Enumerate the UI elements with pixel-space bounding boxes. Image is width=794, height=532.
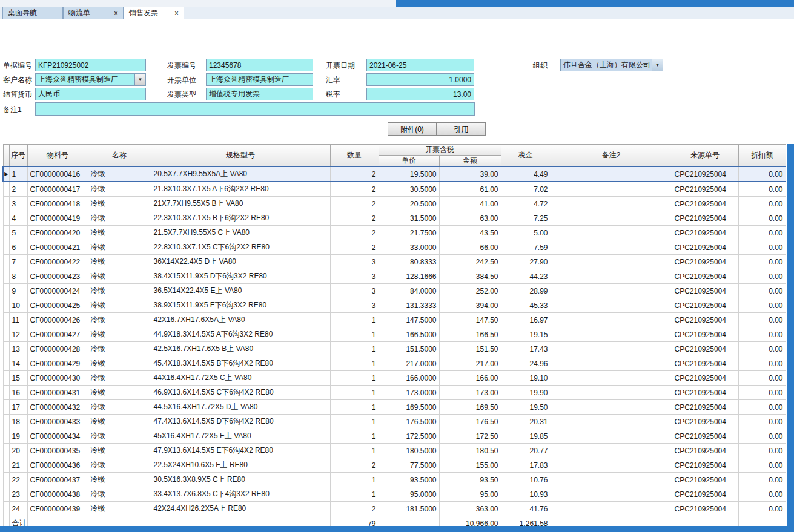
cell-amount[interactable]: 217.00 bbox=[439, 356, 501, 371]
cell-unit-price[interactable]: 217.0000 bbox=[379, 356, 439, 371]
table-row[interactable]: 15CF0000000430冷镦44X16.4XH17.72X5 C上 VA80… bbox=[3, 371, 786, 386]
table-row[interactable]: 17CF0000000432冷镦44.5X16.4XH17.72X5 D上 VA… bbox=[3, 400, 786, 415]
cell-seq[interactable]: 2 bbox=[9, 182, 27, 197]
cell-amount[interactable]: 363.00 bbox=[439, 502, 501, 516]
cell-qty[interactable]: 1 bbox=[330, 415, 379, 429]
cell-tax[interactable]: 20.77 bbox=[501, 444, 551, 458]
org-combo[interactable]: 伟旦合金（上海）有限公司 ▼ bbox=[560, 59, 663, 71]
cell-source-no[interactable]: CPC210925004 bbox=[672, 502, 738, 516]
cell-discount[interactable]: 0.00 bbox=[738, 284, 786, 298]
cell-amount[interactable]: 66.00 bbox=[439, 240, 501, 255]
cell-spec[interactable]: 30.5X16.3X8.9X5 C上 RE80 bbox=[151, 473, 330, 487]
row-indicator[interactable] bbox=[3, 269, 9, 284]
row-indicator[interactable] bbox=[3, 371, 9, 386]
cell-seq[interactable]: 18 bbox=[9, 415, 27, 429]
cell-note2[interactable] bbox=[551, 197, 672, 211]
cell-name[interactable]: 冷镦 bbox=[88, 473, 151, 487]
row-indicator[interactable] bbox=[3, 487, 9, 502]
cell-material-no[interactable]: CF0000000432 bbox=[27, 400, 88, 415]
cell-unit-price[interactable]: 31.5000 bbox=[379, 211, 439, 226]
cell-qty[interactable]: 1 bbox=[330, 444, 379, 458]
cell-seq[interactable]: 21 bbox=[9, 458, 27, 473]
cell-qty[interactable]: 1 bbox=[330, 386, 379, 400]
cell-source-no[interactable]: CPC210925004 bbox=[672, 386, 738, 400]
cell-qty[interactable]: 1 bbox=[330, 327, 379, 342]
cell-amount[interactable]: 166.00 bbox=[439, 371, 501, 386]
cell-amount[interactable]: 166.50 bbox=[439, 327, 501, 342]
cell-spec[interactable]: 21.8X10.3X7.1X5 A下6沟2X2 RE80 bbox=[151, 182, 330, 197]
cell-qty[interactable]: 2 bbox=[330, 182, 379, 197]
cell-material-no[interactable]: CF0000000421 bbox=[27, 240, 88, 255]
cell-discount[interactable]: 0.00 bbox=[738, 415, 786, 429]
cell-name[interactable]: 冷镦 bbox=[88, 284, 151, 298]
exchange-rate-field[interactable] bbox=[366, 73, 474, 86]
cell-unit-price[interactable]: 176.5000 bbox=[379, 415, 439, 429]
tab-sales-invoice[interactable]: 销售发票 × bbox=[124, 7, 184, 19]
note1-field[interactable] bbox=[35, 102, 475, 116]
table-row[interactable]: 16CF0000000431冷镦46.9X13.6X14.5X5 C下6沟4X2… bbox=[3, 386, 786, 400]
cell-unit-price[interactable]: 80.8333 bbox=[379, 255, 439, 269]
cell-unit-price[interactable]: 128.1666 bbox=[379, 269, 439, 284]
col-header-tax[interactable]: 税金 bbox=[501, 145, 551, 167]
cell-unit-price[interactable]: 33.0000 bbox=[379, 240, 439, 255]
cell-source-no[interactable]: CPC210925004 bbox=[672, 284, 738, 298]
cell-qty[interactable]: 1 bbox=[330, 342, 379, 356]
cell-discount[interactable]: 0.00 bbox=[738, 400, 786, 415]
cell-amount[interactable]: 169.50 bbox=[439, 400, 501, 415]
close-icon[interactable]: × bbox=[110, 10, 118, 17]
cell-name[interactable]: 冷镦 bbox=[88, 269, 151, 284]
cell-discount[interactable]: 0.00 bbox=[738, 211, 786, 226]
cell-seq[interactable]: 1 bbox=[9, 166, 27, 182]
cell-seq[interactable]: 16 bbox=[9, 386, 27, 400]
cell-tax[interactable]: 10.93 bbox=[501, 487, 551, 502]
col-header-spec[interactable]: 规格型号 bbox=[151, 145, 330, 167]
cell-source-no[interactable]: CPC210925004 bbox=[672, 473, 738, 487]
cell-note2[interactable] bbox=[551, 182, 672, 197]
cell-discount[interactable]: 0.00 bbox=[738, 371, 786, 386]
cell-note2[interactable] bbox=[551, 240, 672, 255]
cell-material-no[interactable]: CF0000000419 bbox=[27, 211, 88, 226]
cell-tax[interactable]: 41.76 bbox=[501, 502, 551, 516]
row-indicator[interactable] bbox=[3, 284, 9, 298]
cell-unit-price[interactable]: 173.0000 bbox=[379, 386, 439, 400]
cell-tax[interactable]: 10.76 bbox=[501, 473, 551, 487]
cell-name[interactable]: 冷镦 bbox=[88, 255, 151, 269]
cell-source-no[interactable]: CPC210925004 bbox=[672, 487, 738, 502]
cell-note2[interactable] bbox=[551, 487, 672, 502]
cell-name[interactable]: 冷镦 bbox=[88, 400, 151, 415]
cell-tax[interactable]: 44.23 bbox=[501, 269, 551, 284]
row-indicator[interactable] bbox=[3, 415, 9, 429]
cell-note2[interactable] bbox=[551, 415, 672, 429]
cell-unit-price[interactable]: 95.0000 bbox=[379, 487, 439, 502]
table-row[interactable]: 21CF0000000436冷镦22.5X24XH10.6X5 F上 RE802… bbox=[3, 458, 786, 473]
cell-amount[interactable]: 61.00 bbox=[439, 182, 501, 197]
tab-desktop-nav[interactable]: 桌面导航 bbox=[2, 7, 63, 19]
chevron-down-icon[interactable]: ▼ bbox=[134, 74, 145, 85]
cell-discount[interactable]: 0.00 bbox=[738, 298, 786, 313]
invoice-no-field[interactable] bbox=[206, 59, 313, 71]
row-indicator[interactable] bbox=[3, 458, 9, 473]
cell-spec[interactable]: 42X24.4XH26.2X5A上 RE80 bbox=[151, 502, 330, 516]
cell-unit-price[interactable]: 181.5000 bbox=[379, 502, 439, 516]
row-indicator[interactable] bbox=[3, 182, 9, 197]
cell-amount[interactable]: 63.00 bbox=[439, 211, 501, 226]
tab-logistics-order[interactable]: 物流单 × bbox=[63, 7, 124, 19]
cell-tax[interactable]: 5.00 bbox=[501, 226, 551, 240]
cell-qty[interactable]: 3 bbox=[330, 269, 379, 284]
cell-note2[interactable] bbox=[551, 298, 672, 313]
cell-qty[interactable]: 1 bbox=[330, 429, 379, 444]
cell-note2[interactable] bbox=[551, 473, 672, 487]
cell-material-no[interactable]: CF0000000436 bbox=[27, 458, 88, 473]
table-row[interactable]: 10CF0000000425冷镦38.9X15X11.9X5 E下6沟3X2 R… bbox=[3, 298, 786, 313]
cell-material-no[interactable]: CF0000000439 bbox=[27, 502, 88, 516]
cell-unit-price[interactable]: 131.3333 bbox=[379, 298, 439, 313]
cell-seq[interactable]: 8 bbox=[9, 269, 27, 284]
cell-material-no[interactable]: CF0000000416 bbox=[27, 166, 88, 182]
cell-amount[interactable]: 43.50 bbox=[439, 226, 501, 240]
cell-note2[interactable] bbox=[551, 502, 672, 516]
attachment-button[interactable]: 附件(0) bbox=[388, 122, 437, 136]
cell-spec[interactable]: 45X16.4XH17.72X5 E上 VA80 bbox=[151, 429, 330, 444]
cell-discount[interactable]: 0.00 bbox=[738, 255, 786, 269]
cell-source-no[interactable]: CPC210925004 bbox=[672, 255, 738, 269]
cell-qty[interactable]: 3 bbox=[330, 298, 379, 313]
